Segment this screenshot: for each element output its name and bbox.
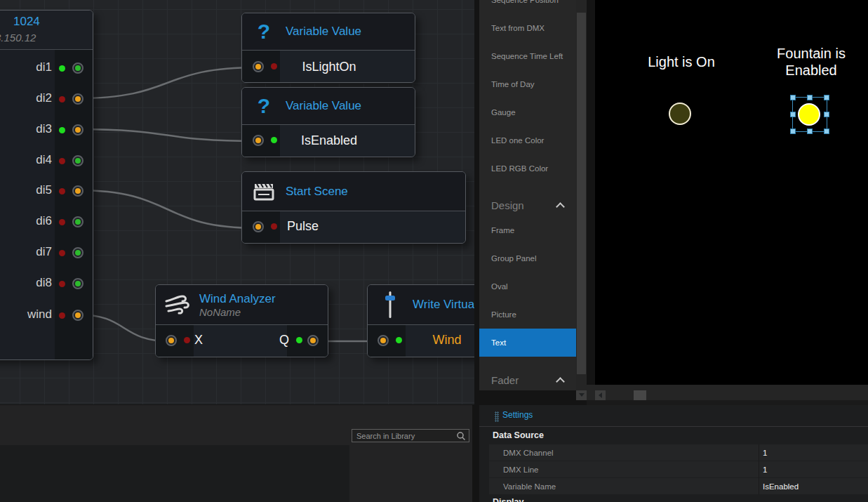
status-dot — [59, 188, 65, 194]
setting-value[interactable]: 1 — [763, 465, 767, 474]
tab-settings[interactable]: Settings — [502, 410, 533, 420]
wind-icon — [164, 293, 191, 317]
library-item-group-panel[interactable]: Group Panel — [479, 244, 576, 272]
settings-row-variable-name[interactable]: Variable NameIsEnabled — [489, 478, 868, 494]
scroll-left-button[interactable] — [595, 390, 606, 400]
device-node-title: 1024 — [13, 15, 40, 29]
settings-row-dmx-line[interactable]: DMX Line1 — [489, 461, 868, 477]
chevron-up-icon[interactable] — [556, 202, 565, 211]
start-scene-node[interactable]: Start Scene Pulse — [241, 171, 466, 244]
drag-grip-icon[interactable] — [495, 411, 499, 422]
preview-scrollbar-thumb[interactable] — [634, 390, 646, 400]
library-item-frame[interactable]: Frame — [479, 216, 576, 244]
library-item-led-one-color[interactable]: LED one Color — [479, 126, 576, 154]
output-port[interactable] — [72, 124, 84, 136]
setting-value[interactable]: 1 — [763, 449, 767, 457]
device-node[interactable]: 1024 3.150.12 di1di2di3di4di5di6di7di8wi… — [0, 10, 93, 360]
output-port[interactable] — [72, 155, 84, 166]
library-item-led-rgb-color[interactable]: LED RGB Color — [479, 154, 576, 183]
setting-label: DMX Line — [503, 465, 539, 474]
input-port[interactable] — [166, 335, 177, 346]
port-name-label: di3 — [36, 122, 52, 136]
output-port[interactable] — [72, 247, 84, 258]
fader-icon — [385, 290, 396, 319]
library-item-time-of-day[interactable]: Time of Day — [479, 70, 576, 98]
preview-scrollbar-track[interactable] — [587, 385, 868, 400]
status-dot — [59, 281, 65, 287]
search-box[interactable] — [352, 429, 469, 442]
library-item-label: Fader — [491, 374, 519, 386]
library-item-label: LED one Color — [491, 136, 544, 145]
preview-text-fountain[interactable]: Fountain is Enabled — [755, 45, 867, 79]
selection-handle[interactable] — [807, 95, 813, 100]
node-editor-canvas[interactable]: 1024 3.150.12 di1di2di3di4di5di6di7di8wi… — [0, 0, 474, 404]
chevron-up-icon[interactable] — [556, 377, 565, 386]
selection-handle[interactable] — [824, 112, 829, 117]
output-port[interactable] — [307, 335, 319, 346]
library-item-label: Picture — [491, 310, 516, 319]
selection-box[interactable] — [792, 97, 827, 132]
search-input[interactable] — [352, 432, 456, 440]
library-item-sequence-time-left[interactable]: Sequence Time Left — [479, 42, 576, 70]
selection-handle[interactable] — [807, 128, 813, 134]
wire-di2->IsLightOn[interactable] — [77, 67, 258, 98]
wind-analyzer-node[interactable]: Wind Analyzer NoName X Q — [155, 284, 328, 357]
output-port[interactable] — [72, 93, 84, 105]
output-port[interactable] — [72, 62, 84, 74]
output-port[interactable] — [72, 310, 84, 321]
library-section-fader[interactable]: Fader — [479, 366, 576, 390]
status-dot — [59, 158, 65, 164]
library-footer-panel — [0, 405, 472, 502]
library-item-label: Frame — [491, 226, 514, 235]
library-item-text[interactable]: Text — [479, 329, 576, 357]
divider — [587, 400, 868, 405]
preview-text-light[interactable]: Light is On — [625, 53, 737, 70]
wire-di3->IsEnabled[interactable] — [77, 129, 258, 141]
input-label: X — [194, 333, 203, 348]
input-port[interactable] — [253, 135, 264, 146]
library-item-label: Sequence Time Left — [491, 52, 563, 60]
selection-handle[interactable] — [790, 95, 796, 100]
library-item-label: Sequence Position — [491, 0, 559, 4]
library-scrollbar-thumb[interactable] — [577, 13, 586, 374]
status-dot — [59, 250, 65, 256]
library-item-text-from-dmx[interactable]: Text from DMX — [479, 14, 576, 42]
output-port[interactable] — [72, 185, 84, 197]
variable-value-node-isenabled[interactable]: ? Variable Value IsEnabled — [241, 87, 415, 157]
output-port[interactable] — [72, 278, 84, 289]
variable-value-node-islighton[interactable]: ? Variable Value IsLightOn — [241, 13, 415, 83]
selection-handle[interactable] — [790, 112, 796, 117]
input-port[interactable] — [378, 335, 389, 346]
setting-value[interactable]: IsEnabled — [763, 482, 799, 491]
led-light-is-on[interactable] — [669, 103, 691, 125]
write-virtual-node[interactable]: Write Virtua Wind — [367, 284, 474, 357]
port-name-label: di5 — [36, 183, 52, 197]
library-section-design[interactable]: Design — [479, 191, 576, 219]
status-dot — [296, 337, 302, 343]
library-scrollbar-track[interactable] — [576, 0, 587, 390]
input-port[interactable] — [253, 61, 264, 72]
setting-label: DMX Channel — [503, 449, 554, 457]
question-mark-icon: ? — [258, 94, 270, 118]
port-name-label: di1 — [36, 60, 52, 74]
library-item-gauge[interactable]: Gauge — [479, 98, 576, 126]
device-node-header[interactable]: 1024 3.150.12 — [0, 11, 93, 50]
wire-di5->Pulse[interactable] — [77, 190, 258, 228]
search-icon[interactable] — [456, 431, 466, 441]
design-preview-canvas[interactable]: Light is On Fountain is Enabled — [595, 0, 868, 385]
library-item-label: Text from DMX — [491, 24, 545, 32]
status-dot — [59, 127, 65, 133]
status-dot — [184, 337, 190, 343]
selection-handle[interactable] — [824, 95, 829, 100]
library-item-picture[interactable]: Picture — [479, 300, 576, 329]
input-port[interactable] — [253, 221, 264, 232]
output-port[interactable] — [72, 216, 84, 227]
status-dot — [396, 337, 402, 343]
library-item-label: Oval — [491, 282, 508, 291]
library-item-oval[interactable]: Oval — [479, 272, 576, 300]
library-item-sequence-position[interactable]: Sequence Position — [479, 0, 576, 14]
selection-handle[interactable] — [790, 128, 796, 134]
selection-handle[interactable] — [824, 128, 829, 134]
scroll-down-button[interactable] — [576, 390, 587, 400]
settings-row-dmx-channel[interactable]: DMX Channel1 — [489, 444, 868, 461]
